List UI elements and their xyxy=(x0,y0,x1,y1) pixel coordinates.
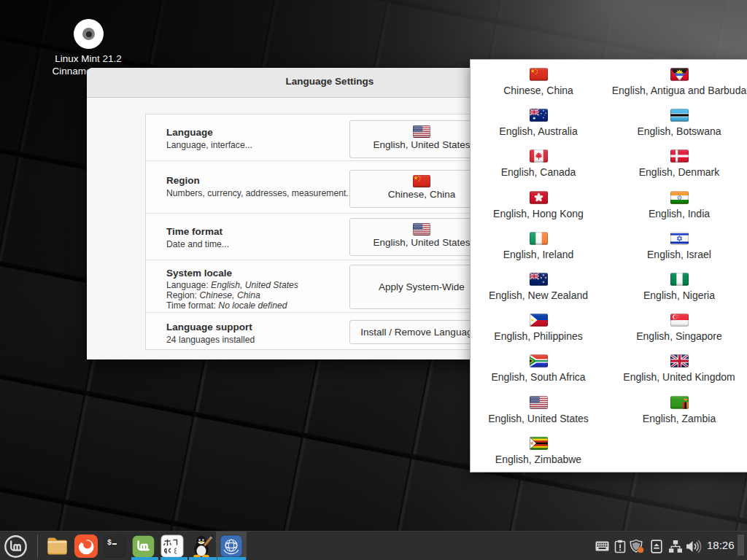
svg-text:$: $ xyxy=(107,539,112,547)
